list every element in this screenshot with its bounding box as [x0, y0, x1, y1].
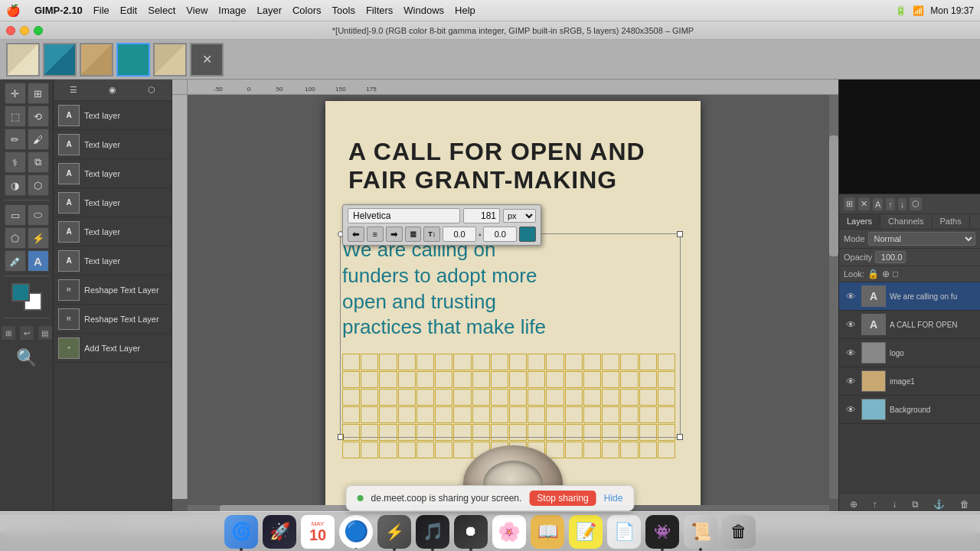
transform-tool[interactable]: ⟲ [28, 106, 49, 127]
delete-layer-button[interactable]: 🗑 [957, 497, 972, 511]
maximize-window-button[interactable] [34, 26, 43, 35]
align-tool[interactable]: ⊞ [28, 83, 49, 104]
menubar-view[interactable]: View [186, 5, 207, 16]
text-align-right-button[interactable]: ➡ [386, 227, 403, 242]
list-item[interactable]: A Text layer [54, 159, 172, 188]
font-name-field[interactable]: Helvetica [348, 208, 460, 223]
vertical-scrollbar-thumb[interactable] [829, 135, 838, 256]
list-item[interactable]: R Reshape Text Layer [54, 276, 172, 305]
view-icon[interactable]: ⊞ [1, 325, 16, 341]
lock-alpha-icon[interactable]: □ [893, 269, 898, 279]
duplicate-layer-button[interactable]: ⧉ [909, 497, 922, 511]
font-size-field[interactable]: 181 [463, 208, 500, 223]
minimize-window-button[interactable] [20, 26, 29, 35]
dock-calendar[interactable]: MAY 10 [301, 515, 335, 549]
opacity-value[interactable]: 100.0 [875, 251, 906, 263]
list-item[interactable]: A Text layer [54, 101, 172, 130]
fuzzy-select-tool[interactable]: ⚡ [28, 227, 49, 249]
layers-icon[interactable]: ▤ [38, 325, 53, 341]
menubar-select[interactable]: Select [148, 5, 175, 16]
hide-sharing-button[interactable]: Hide [604, 493, 623, 504]
dock-music[interactable]: 🎵 [416, 515, 449, 549]
menubar-layer[interactable]: Layer [256, 5, 282, 16]
layer-item-we-calling[interactable]: 👁 A We are calling on fu [839, 282, 980, 311]
anchor-layer-button[interactable]: ⚓ [930, 497, 948, 511]
channels-icon[interactable]: ◉ [106, 83, 119, 96]
dock-photos[interactable]: 🌸 [492, 515, 526, 549]
close-window-button[interactable] [6, 26, 15, 35]
pencil-tool[interactable]: ✏ [5, 129, 26, 150]
tab-layers[interactable]: Layers [839, 214, 880, 229]
dock-trash[interactable]: 🗑 [722, 515, 756, 549]
layers-options-icon[interactable]: ⊞ [844, 197, 855, 210]
layer-item-image1[interactable]: 👁 image1 [839, 367, 980, 396]
new-layer-button[interactable]: ⊕ [847, 497, 861, 511]
color-picker-tool[interactable]: 💉 [5, 250, 26, 272]
apple-logo-icon[interactable]: 🍎 [6, 4, 21, 18]
blending-mode-select[interactable]: Normal Multiply Screen Overlay [868, 232, 975, 246]
image-thumb-3[interactable] [80, 43, 113, 77]
lock-pixels-icon[interactable]: 🔒 [867, 269, 879, 279]
menubar-help[interactable]: Help [455, 5, 475, 16]
layer-item-a-call[interactable]: 👁 A A CALL FOR OPEN [839, 311, 980, 339]
lower-layer-icon[interactable]: ↓ [898, 198, 907, 210]
layers-icon-small[interactable]: ☰ [67, 83, 80, 96]
layer-visibility-eye[interactable]: 👁 [844, 347, 858, 359]
layer-item-logo[interactable]: 👁 logo [839, 339, 980, 367]
move-tool[interactable]: ✛ [5, 83, 26, 104]
dock-gimp[interactable]: 👾 [645, 515, 679, 549]
menubar-image[interactable]: Image [218, 5, 246, 16]
dock-books[interactable]: 📖 [531, 515, 564, 549]
selection-handle-tr[interactable] [677, 231, 683, 237]
menubar-colors[interactable]: Colors [292, 5, 322, 16]
menubar-filters[interactable]: Filters [366, 5, 393, 16]
undo-icon[interactable]: ↩ [19, 325, 34, 341]
menubar-windows[interactable]: Windows [403, 5, 444, 16]
image-thumb-2[interactable] [43, 43, 77, 77]
paint-tool[interactable]: 🖌 [28, 129, 49, 150]
list-item[interactable]: A Text layer [54, 130, 172, 159]
list-item[interactable]: + Add Text Layer [54, 334, 172, 363]
text-align-left-button[interactable]: ⬅ [348, 227, 364, 242]
layer-visibility-eye[interactable]: 👁 [844, 404, 858, 416]
stop-sharing-button[interactable]: Stop sharing [529, 491, 596, 506]
rect-select-tool[interactable]: ▭ [5, 204, 26, 226]
dock-chrome[interactable]: 🔵 [339, 515, 373, 549]
font-unit-select[interactable]: px pt mm [503, 209, 536, 223]
list-item[interactable]: A Text layer [54, 217, 172, 246]
list-item[interactable]: R Reshape Text Layer [54, 305, 172, 334]
layer-visibility-eye[interactable]: 👁 [844, 291, 858, 302]
dock-finder[interactable]: 🌀 [224, 515, 258, 549]
zoom-tool[interactable]: 🔍 [16, 348, 37, 368]
vertical-scrollbar[interactable] [829, 95, 838, 499]
clone-tool[interactable]: ⧉ [28, 152, 49, 173]
dock-notes[interactable]: 📝 [569, 515, 603, 549]
list-item[interactable]: A Text layer [54, 246, 172, 276]
text-color-swatch[interactable] [519, 227, 536, 242]
new-layer-icon[interactable]: ✕ [858, 197, 870, 210]
close-image-button[interactable]: ✕ [190, 43, 224, 77]
color-swatches[interactable] [11, 283, 42, 311]
dock-screenium[interactable]: ⏺ [454, 515, 488, 549]
text-tool[interactable]: A [28, 250, 49, 272]
crop-tool[interactable]: ⬚ [5, 106, 26, 127]
foreground-color-swatch[interactable] [11, 283, 30, 302]
text-align-center-button[interactable]: ≡ [367, 227, 384, 242]
image-thumb-5[interactable] [153, 43, 187, 77]
lock-position-icon[interactable]: ⊕ [882, 269, 890, 279]
text-x-offset[interactable]: 0.0 [443, 227, 476, 242]
text-y-offset[interactable]: 0.0 [483, 227, 517, 242]
raise-layer-button[interactable]: ↑ [869, 497, 880, 511]
canvas-area[interactable]: -50 0 50 100 150 175 A CALL FOR OPEN AND… [172, 80, 838, 514]
dock-launchpad[interactable]: 🚀 [263, 515, 296, 549]
tab-paths[interactable]: Paths [933, 214, 970, 229]
image-thumb-1[interactable] [6, 43, 40, 77]
dock-scripts[interactable]: 📜 [684, 515, 717, 549]
list-item[interactable]: A Text layer [54, 188, 172, 217]
menubar-file[interactable]: File [93, 5, 109, 16]
dock-files[interactable]: 📄 [607, 515, 641, 549]
image-thumb-4-active[interactable] [116, 43, 150, 77]
dock-app-launcher[interactable]: ⚡ [377, 515, 411, 549]
heal-tool[interactable]: ⚕ [5, 152, 26, 173]
menubar-tools[interactable]: Tools [332, 5, 355, 16]
